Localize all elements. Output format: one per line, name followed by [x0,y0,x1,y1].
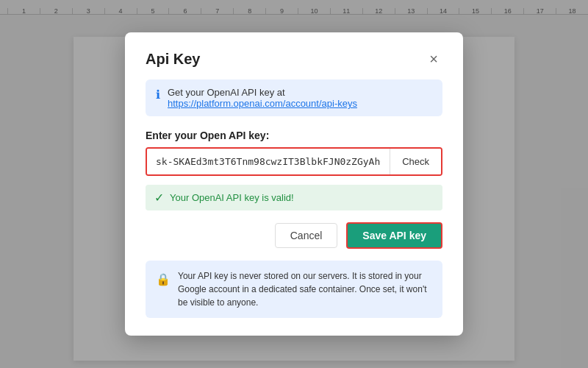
cancel-button[interactable]: Cancel [275,223,338,248]
info-banner: ℹ Get your OpenAI API key at https://pla… [146,79,442,116]
api-key-input[interactable] [147,149,390,174]
lock-icon: 🔒 [156,271,171,289]
valid-text: Your OpenAI API key is valid! [170,192,294,203]
close-button[interactable]: × [425,50,442,68]
api-keys-link[interactable]: https://platform.openai.com/account/api-… [168,98,357,109]
api-key-dialog: Api Key × ℹ Get your OpenAI API key at h… [125,32,463,336]
privacy-text: Your API key is never stored on our serv… [178,269,432,309]
save-api-key-button[interactable]: Save API key [346,222,442,249]
info-icon: ℹ [156,88,160,102]
modal-overlay: Api Key × ℹ Get your OpenAI API key at h… [0,0,588,368]
field-label: Enter your Open API key: [146,130,442,141]
check-icon: ✓ [154,191,164,205]
info-banner-text: Get your OpenAI API key at https://platf… [168,87,432,109]
dialog-title: Api Key [146,51,200,68]
check-button[interactable]: Check [390,149,441,174]
privacy-notice: 🔒 Your API key is never stored on our se… [146,261,442,318]
dialog-header: Api Key × [146,50,442,68]
valid-message: ✓ Your OpenAI API key is valid! [146,185,442,210]
api-key-row: Check [146,147,442,176]
action-row: Cancel Save API key [146,222,442,249]
